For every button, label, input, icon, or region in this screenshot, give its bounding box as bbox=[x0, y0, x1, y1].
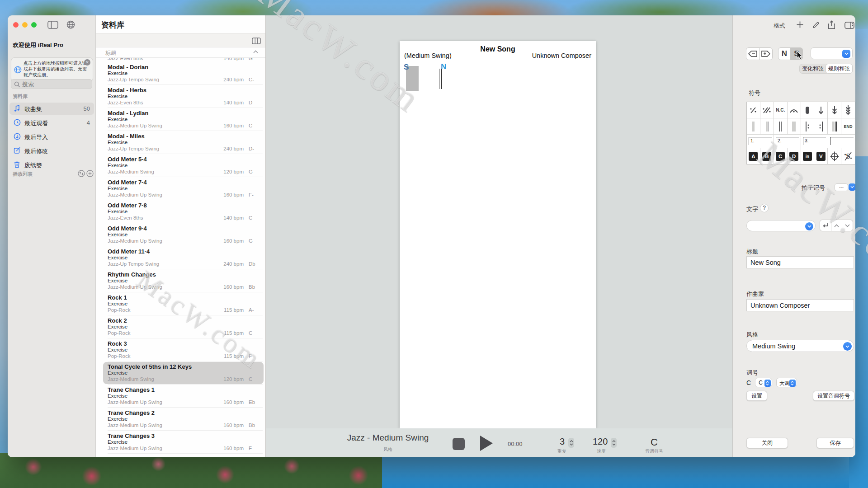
barline-thick-icon[interactable] bbox=[788, 118, 801, 134]
coda-icon[interactable] bbox=[828, 148, 841, 164]
sidebar-item[interactable]: 最近观看4 bbox=[9, 117, 94, 129]
key-value[interactable]: C bbox=[651, 436, 658, 448]
add-playlist-icon[interactable] bbox=[86, 170, 94, 177]
title-input[interactable] bbox=[747, 257, 854, 268]
save-button[interactable]: 保存 bbox=[816, 438, 854, 448]
final-barline-icon[interactable] bbox=[828, 118, 841, 134]
set-key-signature-button[interactable]: 设置音调符号 bbox=[813, 391, 854, 401]
chevron-down-icon[interactable] bbox=[842, 50, 850, 58]
add-icon[interactable] bbox=[796, 21, 804, 28]
stop-button[interactable] bbox=[453, 438, 465, 450]
ending-2-button[interactable]: 2. bbox=[774, 135, 801, 148]
barline-single2-icon[interactable] bbox=[760, 118, 774, 134]
mode-select[interactable]: 大调 bbox=[776, 378, 797, 387]
song-row[interactable]: Trane Changes 3 Exercise Jazz-Medium Up … bbox=[96, 431, 265, 454]
song-row[interactable]: Trane Changes 1 Exercise Jazz-Medium Up … bbox=[96, 385, 265, 408]
song-row[interactable]: Rhythm Changes Exercise Jazz-Medium Up S… bbox=[96, 269, 265, 292]
stepper-icon[interactable] bbox=[789, 380, 796, 387]
chevron-down-icon[interactable] bbox=[843, 342, 852, 351]
key-select[interactable]: C bbox=[755, 378, 772, 387]
style-dropdown[interactable]: Medium Swing bbox=[746, 340, 854, 352]
globe-forums-icon[interactable] bbox=[66, 20, 75, 29]
section-a-button[interactable]: A bbox=[747, 148, 760, 164]
end-button[interactable]: END bbox=[841, 118, 855, 134]
close-icon[interactable]: ✕ bbox=[84, 59, 90, 66]
ending-3-button[interactable]: 3. bbox=[801, 135, 828, 148]
transpose-down-button[interactable] bbox=[746, 47, 760, 60]
simile-1bar-icon[interactable] bbox=[747, 102, 760, 118]
alt-chords-segment[interactable]: 变化和弦 bbox=[800, 64, 826, 73]
toggle-inspector-icon[interactable] bbox=[844, 22, 854, 29]
search-input[interactable] bbox=[22, 80, 90, 88]
chord-dropdown[interactable] bbox=[811, 47, 853, 59]
composer-field[interactable] bbox=[746, 299, 854, 311]
prev-text-button[interactable] bbox=[831, 220, 842, 231]
insert-return-button[interactable] bbox=[820, 220, 831, 231]
close-window-button[interactable] bbox=[13, 22, 19, 28]
song-row[interactable]: Tonal Cycle of 5ths in 12 Keys Exercise … bbox=[96, 361, 265, 385]
section-in-button[interactable]: in bbox=[801, 148, 815, 164]
song-row[interactable]: Rock 3 Exercise Pop-Rock 115 bpm F bbox=[96, 338, 265, 361]
chevron-down-icon[interactable] bbox=[805, 222, 813, 230]
close-button[interactable]: 关闭 bbox=[746, 438, 788, 448]
time-signature-value[interactable]: --- bbox=[835, 183, 848, 191]
composer-input[interactable] bbox=[747, 300, 854, 311]
song-row[interactable]: Odd Meter 11-4 Exercise Jazz-Up Tempo Sw… bbox=[96, 246, 265, 269]
barline-single-icon[interactable] bbox=[747, 118, 760, 134]
barline-double-icon[interactable] bbox=[774, 118, 788, 134]
sidebar-item[interactable]: 最后修改 bbox=[9, 145, 94, 157]
sidebar-item[interactable]: 废纸篓 bbox=[9, 159, 94, 171]
stepper-icon[interactable] bbox=[764, 380, 771, 387]
columns-view-icon[interactable] bbox=[252, 38, 261, 44]
song-row[interactable]: Trane Changes 2 Exercise Jazz-Medium Up … bbox=[96, 408, 265, 431]
score-sheet[interactable]: New Song (Medium Swing) Unknown Composer… bbox=[400, 41, 596, 428]
song-row[interactable]: Odd Meter 5-4 Exercise Jazz-Medium Swing… bbox=[96, 154, 265, 177]
regular-chords-segment[interactable]: 规则和弦 bbox=[826, 64, 853, 74]
section-v-button[interactable]: V bbox=[814, 148, 828, 164]
next-text-button[interactable] bbox=[842, 220, 853, 231]
song-row[interactable]: Modal - Lydian Exercise Jazz-Medium Up S… bbox=[96, 108, 265, 131]
help-button[interactable]: ? bbox=[760, 204, 769, 212]
push-3-icon[interactable] bbox=[841, 102, 855, 118]
song-list-column-header[interactable]: 标题 bbox=[96, 47, 265, 58]
ending-1-button[interactable]: 1. bbox=[747, 135, 774, 148]
song-row[interactable]: Rock 2 Exercise Pop-Rock 115 bpm C bbox=[96, 315, 265, 338]
ending-open-button[interactable] bbox=[828, 135, 855, 148]
title-field[interactable] bbox=[746, 256, 854, 268]
song-row[interactable]: Modal - Miles Exercise Jazz-Up Tempo Swi… bbox=[96, 131, 265, 154]
fermata-icon[interactable] bbox=[788, 102, 801, 118]
chord-mode-segmented-control[interactable]: 变化和弦 规则和弦 bbox=[799, 64, 853, 74]
section-d-button[interactable]: D bbox=[788, 148, 801, 164]
column-title-label[interactable]: 标题 bbox=[105, 49, 116, 57]
time-signature-chevron-icon[interactable] bbox=[849, 183, 855, 191]
edit-pencil-icon[interactable] bbox=[812, 21, 820, 29]
zoom-window-button[interactable] bbox=[31, 22, 37, 28]
format-button[interactable]: 格式 bbox=[774, 22, 785, 30]
repeat-end-icon[interactable] bbox=[814, 118, 828, 134]
sidebar-item[interactable]: 最后导入 bbox=[9, 131, 94, 143]
toggle-sidebar-icon[interactable] bbox=[47, 21, 58, 29]
song-row-partial[interactable]: Jazz-Even 8ths 140 bpm G bbox=[96, 58, 265, 62]
no-chord-button[interactable]: N.C. bbox=[774, 102, 788, 118]
push-1-icon[interactable] bbox=[814, 102, 828, 118]
minimize-window-button[interactable] bbox=[22, 22, 28, 28]
push-2-icon[interactable] bbox=[828, 102, 841, 118]
repeats-stepper[interactable] bbox=[568, 438, 574, 448]
share-icon[interactable] bbox=[828, 20, 835, 29]
song-row[interactable]: Odd Meter 9-4 Exercise Jazz-Medium Up Sw… bbox=[96, 223, 265, 246]
song-row[interactable]: Modal - Dorian Exercise Jazz-Up Tempo Sw… bbox=[96, 62, 265, 85]
tempo-stepper[interactable] bbox=[611, 438, 617, 448]
segno-icon[interactable]: S bbox=[841, 148, 855, 164]
text-dropdown[interactable] bbox=[746, 220, 816, 231]
simile-2bar-icon[interactable] bbox=[760, 102, 774, 118]
hold-icon[interactable] bbox=[801, 102, 815, 118]
song-row[interactable]: Odd Meter 7-8 Exercise Jazz-Even 8ths 14… bbox=[96, 200, 265, 223]
song-row[interactable]: Odd Meter 7-4 Exercise Jazz-Medium Up Sw… bbox=[96, 177, 265, 200]
song-row[interactable]: Modal - Herbs Exercise Jazz-Even 8ths 14… bbox=[96, 85, 265, 108]
play-button[interactable] bbox=[480, 436, 493, 451]
playback-style-value[interactable]: Jazz - Medium Swing bbox=[320, 433, 456, 443]
sidebar-item[interactable]: 歌曲集50 bbox=[9, 103, 94, 115]
sort-ascending-icon[interactable] bbox=[253, 50, 258, 53]
section-b-button[interactable]: B bbox=[760, 148, 774, 164]
transpose-up-button[interactable] bbox=[759, 47, 773, 60]
